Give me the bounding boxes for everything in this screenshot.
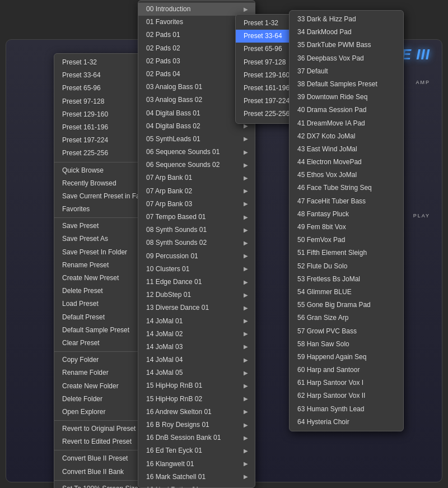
folder-item-15-hiphop-01[interactable]: 15 HipHop RnB 01	[138, 379, 255, 392]
folder-item-07-arp-02[interactable]: 07 Arp Bank 02	[138, 185, 255, 198]
preset-60-harp-santoor[interactable]: 60 Harp and Santoor	[290, 364, 403, 377]
preset-45-ethos[interactable]: 45 Ethos Vox JoMal	[290, 169, 403, 182]
preset-47-facehit[interactable]: 47 FaceHit Tuber Bass	[290, 195, 403, 208]
preset-41-dreammove[interactable]: 41 DreamMove IA Pad	[290, 117, 403, 130]
preset-62-harp-santoor-vox2[interactable]: 62 Harp Santoor Vox II	[290, 389, 403, 402]
preset-53-fretless[interactable]: 53 Fretless Bs JoMal	[290, 273, 403, 286]
preset-42-dx7[interactable]: 42 DX7 Koto JoMal	[290, 130, 403, 143]
folder-item-07-tempo-01[interactable]: 07 Tempo Based 01	[138, 211, 255, 224]
preset-55-gone-big[interactable]: 55 Gone Big Drama Pad	[290, 299, 403, 312]
preset-48-fantasy[interactable]: 48 Fantasy Pluck	[290, 208, 403, 221]
folder-item-16-broy[interactable]: 16 B Roy Designs 01	[138, 419, 255, 431]
preset-39-downtown[interactable]: 39 Downtown Ride Seq	[290, 91, 403, 104]
preset-57-growl[interactable]: 57 Growl PVC Bass	[290, 325, 403, 338]
folder-item-11-edge-dance[interactable]: 11 Edge Dance 01	[138, 276, 255, 289]
preset-58-han-saw[interactable]: 58 Han Saw Solo	[290, 338, 403, 351]
folder-item-14-jomal-02[interactable]: 14 JoMal 02	[138, 328, 255, 341]
folder-item-07-arp-01[interactable]: 07 Arp Bank 01	[138, 171, 255, 184]
preset-52-flute[interactable]: 52 Flute Du Solo	[290, 260, 403, 273]
folder-item-15-hiphop-02[interactable]: 15 HipHop RnB 02	[138, 393, 255, 406]
preset-63-human-synth[interactable]: 63 Human Synth Lead	[290, 403, 403, 416]
folder-item-14-jomal-05[interactable]: 14 JoMal 05	[138, 366, 255, 379]
folder-item-06-sequence-02[interactable]: 06 Sequence Sounds 02	[138, 159, 255, 171]
folder-item-13-diverse[interactable]: 13 Diverse Dance 01	[138, 301, 255, 314]
preset-38-default-samples[interactable]: 38 Default Samples Preset	[290, 78, 403, 91]
preset-54-glimmer[interactable]: 54 Glimmer BLUE	[290, 286, 403, 299]
folder-item-14-jomal-04[interactable]: 14 JoMal 04	[138, 354, 255, 366]
preset-43-east-wind[interactable]: 43 East Wind JoMal	[290, 143, 403, 156]
preset-50-femvox[interactable]: 50 FemVox Pad	[290, 234, 403, 247]
preset-61-harp-santoor-vox1[interactable]: 61 Harp Santoor Vox I	[290, 377, 403, 389]
folder-item-16-klangwelt[interactable]: 16 Klangwelt 01	[138, 458, 255, 471]
folder-item-10-clusters[interactable]: 10 Clusters 01	[138, 263, 255, 276]
preset-name-list-menu: 33 Dark & Hizz Pad 34 DarkMood Pad 35 Da…	[289, 10, 404, 431]
preset-49-fem-8bit[interactable]: 49 Fem 8bit Vox	[290, 221, 403, 234]
folder-item-12-dubstep[interactable]: 12 DubStep 01	[138, 289, 255, 301]
folder-item-16-dnb[interactable]: 16 DnB Session Bank 01	[138, 431, 255, 444]
preset-40-drama[interactable]: 40 Drama Session Pad	[290, 104, 403, 117]
folder-item-16-andrew[interactable]: 16 Andrew Skelton 01	[138, 406, 255, 419]
folder-item-06-sequence-01[interactable]: 06 Sequence Sounds 01	[138, 146, 255, 159]
folder-item-08-synth-01[interactable]: 08 Synth Sounds 01	[138, 224, 255, 236]
preset-35-darktube[interactable]: 35 DarkTube PWM Bass	[290, 39, 403, 52]
amp-section-label: AMP	[416, 80, 430, 85]
folder-item-08-synth-02[interactable]: 08 Synth Sounds 02	[138, 236, 255, 249]
folder-item-16-mark[interactable]: 16 Mark Satchell 01	[138, 471, 255, 484]
preset-34-darkmood[interactable]: 34 DarkMood Pad	[290, 26, 403, 39]
preset-51-fifth[interactable]: 51 Fifth Element Sleigh	[290, 247, 403, 259]
folder-item-07-arp-03[interactable]: 07 Arp Bank 03	[138, 198, 255, 211]
preset-33-dark-hizz[interactable]: 33 Dark & Hizz Pad	[290, 13, 403, 26]
preset-46-face-tube[interactable]: 46 Face Tube String Seq	[290, 182, 403, 194]
folder-item-05-synthleads-01[interactable]: 05 SynthLeads 01	[138, 133, 255, 146]
preset-37-default[interactable]: 37 Default	[290, 65, 403, 78]
preset-36-deepbass[interactable]: 36 Deepbass Vox Pad	[290, 52, 403, 65]
folder-item-14-jomal-01[interactable]: 14 JoMal 01	[138, 315, 255, 328]
folder-item-09-percussion[interactable]: 09 Percussion 01	[138, 250, 255, 263]
preset-64-hysteria[interactable]: 64 Hysteria Choir	[290, 416, 403, 429]
play-section-label: PLAY	[413, 213, 430, 219]
folder-item-16-ed[interactable]: 16 Ed Ten Eyck 01	[138, 444, 255, 457]
preset-44-electron[interactable]: 44 Electron MovePad	[290, 156, 403, 169]
folder-item-14-jomal-03[interactable]: 14 JoMal 03	[138, 341, 255, 354]
preset-56-gran-size[interactable]: 56 Gran Size Arp	[290, 312, 403, 324]
folder-item-16-navi[interactable]: 16 Navi Retlav 01	[138, 484, 255, 488]
preset-59-happend[interactable]: 59 Happend Again Seq	[290, 351, 403, 364]
